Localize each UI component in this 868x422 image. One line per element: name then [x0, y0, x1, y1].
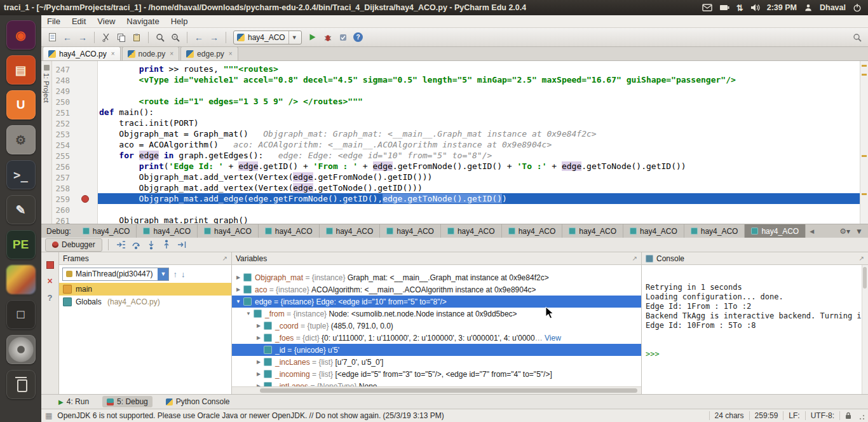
nav-back-icon[interactable]: ←: [192, 31, 206, 44]
variable-row[interactable]: ▶_incLanes = {list} [u'7_0', u'5_0']: [232, 356, 641, 368]
gutter-line-260[interactable]: 260: [52, 204, 97, 215]
gutter-line-252[interactable]: 252: [52, 118, 97, 128]
stop-icon[interactable]: [46, 261, 54, 269]
find-icon[interactable]: [153, 31, 167, 44]
tree-toggle-icon[interactable]: ▶: [255, 371, 262, 377]
code-line-255[interactable]: for edge in graph.getEdges(): edge: Edge…: [98, 150, 860, 161]
code-line-260[interactable]: [98, 204, 860, 215]
toolwindow-python-console[interactable]: Python Console: [161, 396, 234, 407]
code-line-253[interactable]: Objgraph_mat = Graph_mat() Objgraph_mat:…: [98, 128, 860, 139]
debug-tab-6[interactable]: hay4_ACO: [380, 224, 441, 238]
tree-toggle-icon[interactable]: ▼: [245, 311, 252, 316]
menu-help[interactable]: Help: [165, 17, 194, 26]
gear-icon[interactable]: ⚙▾: [839, 227, 850, 236]
code-line-249[interactable]: [98, 85, 860, 96]
breakpoint-dot[interactable]: [81, 195, 89, 203]
frame-row[interactable]: Globals (hay4_ACO.py): [59, 296, 231, 308]
gutter-line-261[interactable]: 261: [52, 215, 97, 224]
debug-icon[interactable]: [321, 31, 335, 44]
tab-edge.py[interactable]: edge.py×: [180, 46, 238, 60]
disc-icon[interactable]: [6, 335, 36, 364]
variable-row[interactable]: ▼edge = {instance} Edge: <edge id="10" f…: [232, 296, 641, 308]
tab-debugger[interactable]: Debugger: [45, 238, 102, 252]
user-menu[interactable]: Dhaval: [820, 3, 846, 12]
code-line-247[interactable]: print >> routes, """<routes>: [98, 64, 860, 74]
gutter-line-247[interactable]: 247: [52, 64, 97, 74]
code-line-251[interactable]: def main():: [98, 107, 860, 118]
volume-icon[interactable]: [750, 4, 760, 11]
scrollbar-thumb[interactable]: [863, 267, 867, 289]
close-icon[interactable]: ×: [47, 277, 52, 285]
network-icon[interactable]: ⇅: [736, 3, 743, 13]
gutter-line-249[interactable]: 249: [52, 85, 97, 96]
back-icon[interactable]: ←: [60, 31, 74, 44]
gutter-line-255[interactable]: 255: [52, 150, 97, 161]
toolwindow-switcher-icon[interactable]: ▦: [45, 411, 52, 420]
nav-forward-icon[interactable]: →: [207, 31, 221, 44]
project-toolwindow-button[interactable]: 1: Project: [41, 61, 52, 224]
error-stripe[interactable]: [860, 61, 868, 224]
replace-icon[interactable]: [168, 31, 182, 44]
tree-toggle-icon[interactable]: ▶: [234, 287, 242, 292]
battery-icon[interactable]: [719, 3, 729, 12]
clock[interactable]: 2:39 PM: [767, 3, 797, 12]
stripe-mark[interactable]: [862, 74, 867, 76]
variable-row[interactable]: ▶_foes = {dict} {0: u'111000', 1: u'1100…: [232, 332, 641, 344]
next-frame-icon[interactable]: ↓: [181, 269, 186, 279]
resize-grip[interactable]: [858, 411, 865, 420]
search-everywhere-icon[interactable]: [850, 31, 864, 44]
stripe-mark[interactable]: [862, 155, 867, 157]
gutter-line-258[interactable]: 258: [52, 182, 97, 193]
hide-icon[interactable]: ▼: [855, 227, 863, 236]
float-icon[interactable]: ↗: [222, 255, 227, 262]
terminal-icon[interactable]: >_: [6, 160, 36, 189]
code-line-252[interactable]: traci.init(PORT): [98, 118, 860, 128]
stripe-mark[interactable]: [862, 65, 867, 67]
float-icon[interactable]: ↗: [632, 255, 637, 262]
run-icon[interactable]: [306, 31, 320, 44]
console-output[interactable]: Retrying in 1 secondsLoading configurati…: [642, 265, 868, 394]
menu-edit[interactable]: Edit: [66, 17, 92, 26]
code-line-256[interactable]: print('Edge Id: ' + edge.getID() + 'From…: [98, 161, 860, 172]
float-icon[interactable]: ↗: [859, 255, 864, 262]
debug-tab-9[interactable]: hay4_ACO: [562, 224, 623, 238]
gutter-line-257[interactable]: 257: [52, 172, 97, 182]
close-icon[interactable]: ×: [170, 50, 173, 57]
variable-row[interactable]: ▶aco = {instance} ACOAlgorithm: <__main_…: [232, 283, 641, 296]
chevron-down-icon[interactable]: ▼: [158, 268, 168, 280]
code-line-254[interactable]: aco = ACOAlgorithm() aco: ACOAlgorithm: …: [98, 139, 860, 150]
tree-toggle-icon[interactable]: ▶: [255, 323, 262, 329]
copy-icon[interactable]: [114, 31, 128, 44]
code-line-258[interactable]: Objgraph_mat.add_vertex(Vertex(edge.getT…: [98, 182, 860, 193]
help-icon[interactable]: ?: [48, 293, 53, 303]
prev-frame-icon[interactable]: ↑: [173, 269, 177, 279]
gutter-line-254[interactable]: 254: [52, 139, 97, 150]
open-icon[interactable]: [45, 31, 59, 44]
tree-toggle-icon[interactable]: ▼: [234, 299, 242, 304]
code-line-259[interactable]: Objgraph_mat.add_edge(edge.getFromNode()…: [98, 193, 860, 204]
variable-row[interactable]: _id = {unicode} u'5': [232, 344, 641, 356]
debug-tab-8[interactable]: hay4_ACO: [502, 224, 563, 238]
frame-row[interactable]: main: [59, 283, 231, 296]
cut-icon[interactable]: [99, 31, 113, 44]
menu-navigate[interactable]: Navigate: [121, 17, 165, 26]
close-icon[interactable]: ×: [111, 50, 115, 57]
variable-row[interactable]: ▶_coord = {tuple} (485.0, 791.0, 0.0): [232, 320, 641, 332]
debug-tab-4[interactable]: hay4_ACO: [259, 224, 320, 238]
pycharm-edu-icon[interactable]: PE: [6, 230, 36, 259]
screenshot-icon[interactable]: □: [6, 300, 36, 329]
gutter-line-256[interactable]: 256: [52, 161, 97, 172]
code-line-261[interactable]: Objgraph_mat.print_graph(): [98, 215, 860, 224]
dash-icon[interactable]: ◉: [6, 20, 36, 50]
tree-toggle-icon[interactable]: ▶: [255, 335, 262, 341]
run-to-cursor-icon[interactable]: [175, 238, 188, 251]
tab-hay4_ACO.py[interactable]: hay4_ACO.py×: [43, 46, 121, 60]
debug-tab-7[interactable]: hay4_ACO: [441, 224, 502, 238]
line-ending-select[interactable]: LF:: [783, 411, 804, 420]
editor-code[interactable]: print >> routes, """<routes> <vType id="…: [98, 61, 860, 224]
variable-row[interactable]: ▼_from = {instance} Node: <sumolib.net.n…: [232, 308, 641, 320]
lock-icon[interactable]: [839, 411, 857, 420]
close-icon[interactable]: ×: [229, 50, 233, 57]
gutter-line-248[interactable]: 248: [52, 74, 97, 85]
editor-icon[interactable]: ✎: [6, 195, 36, 224]
